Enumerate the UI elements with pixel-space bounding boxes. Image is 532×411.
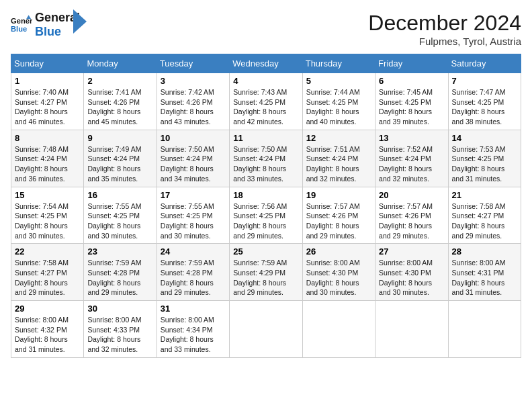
calendar-cell: 29 Sunrise: 8:00 AM Sunset: 4:32 PM Dayl… [11,301,84,358]
day-info: Sunrise: 7:42 AM Sunset: 4:26 PM Dayligh… [161,87,226,127]
calendar-cell: 12 Sunrise: 7:51 AM Sunset: 4:24 PM Dayl… [302,130,375,187]
header-friday: Friday [375,54,448,73]
day-number: 14 [452,133,517,143]
calendar-cell: 24 Sunrise: 7:59 AM Sunset: 4:28 PM Dayl… [157,244,229,301]
day-number: 11 [233,133,298,143]
day-number: 28 [452,246,517,257]
day-number: 5 [306,76,371,86]
calendar-cell: 6 Sunrise: 7:45 AM Sunset: 4:25 PM Dayli… [375,73,448,130]
day-number: 19 [306,190,371,200]
day-number: 7 [452,76,517,86]
title-block: December 2024 Fulpmes, Tyrol, Austria [368,11,521,47]
header-tuesday: Tuesday [157,54,229,73]
day-info: Sunrise: 7:59 AM Sunset: 4:28 PM Dayligh… [87,258,152,298]
day-info: Sunrise: 7:48 AM Sunset: 4:24 PM Dayligh… [15,144,80,184]
day-info: Sunrise: 7:57 AM Sunset: 4:26 PM Dayligh… [306,201,371,241]
day-number: 13 [379,133,444,143]
day-number: 1 [15,76,80,86]
day-number: 18 [233,190,298,200]
calendar-cell: 1 Sunrise: 7:40 AM Sunset: 4:27 PM Dayli… [11,73,84,130]
calendar-cell: 9 Sunrise: 7:49 AM Sunset: 4:24 PM Dayli… [84,130,157,187]
calendar-cell: 18 Sunrise: 7:56 AM Sunset: 4:25 PM Dayl… [230,187,302,244]
day-info: Sunrise: 7:41 AM Sunset: 4:26 PM Dayligh… [87,87,152,127]
calendar-cell: 10 Sunrise: 7:50 AM Sunset: 4:24 PM Dayl… [157,130,229,187]
day-info: Sunrise: 7:50 AM Sunset: 4:24 PM Dayligh… [161,144,226,184]
calendar-cell: 20 Sunrise: 7:57 AM Sunset: 4:26 PM Dayl… [375,187,448,244]
day-number: 12 [306,133,371,143]
calendar-cell: 21 Sunrise: 7:58 AM Sunset: 4:27 PM Dayl… [448,187,521,244]
day-number: 24 [161,246,226,257]
day-info: Sunrise: 7:54 AM Sunset: 4:25 PM Dayligh… [15,201,80,241]
day-number: 3 [161,76,226,86]
day-info: Sunrise: 7:59 AM Sunset: 4:29 PM Dayligh… [233,258,298,298]
calendar-week-4: 22 Sunrise: 7:58 AM Sunset: 4:27 PM Dayl… [11,244,521,301]
calendar-cell: 22 Sunrise: 7:58 AM Sunset: 4:27 PM Dayl… [11,244,84,301]
day-number: 29 [15,304,80,314]
calendar-cell: 11 Sunrise: 7:50 AM Sunset: 4:24 PM Dayl… [230,130,302,187]
day-info: Sunrise: 7:57 AM Sunset: 4:26 PM Dayligh… [379,201,444,241]
day-number: 4 [233,76,298,86]
calendar-week-3: 15 Sunrise: 7:54 AM Sunset: 4:25 PM Dayl… [11,187,521,244]
day-number: 2 [87,76,152,86]
day-info: Sunrise: 8:00 AM Sunset: 4:34 PM Dayligh… [161,315,226,355]
day-info: Sunrise: 7:58 AM Sunset: 4:27 PM Dayligh… [452,201,517,241]
day-number: 26 [306,246,371,257]
calendar-cell: 26 Sunrise: 8:00 AM Sunset: 4:30 PM Dayl… [302,244,375,301]
day-info: Sunrise: 7:59 AM Sunset: 4:28 PM Dayligh… [161,258,226,298]
calendar-week-5: 29 Sunrise: 8:00 AM Sunset: 4:32 PM Dayl… [11,301,521,358]
day-info: Sunrise: 8:00 AM Sunset: 4:30 PM Dayligh… [379,258,444,298]
calendar-cell: 27 Sunrise: 8:00 AM Sunset: 4:30 PM Dayl… [375,244,448,301]
calendar-cell: 15 Sunrise: 7:54 AM Sunset: 4:25 PM Dayl… [11,187,84,244]
svg-text:Blue: Blue [11,25,27,33]
header-wednesday: Wednesday [230,54,302,73]
calendar-cell [302,301,375,358]
day-number: 9 [87,133,152,143]
day-number: 17 [161,190,226,200]
calendar-cell [448,301,521,358]
day-info: Sunrise: 7:45 AM Sunset: 4:25 PM Dayligh… [379,87,444,127]
day-info: Sunrise: 7:44 AM Sunset: 4:25 PM Dayligh… [306,87,371,127]
calendar-cell: 17 Sunrise: 7:55 AM Sunset: 4:25 PM Dayl… [157,187,229,244]
calendar-cell: 8 Sunrise: 7:48 AM Sunset: 4:24 PM Dayli… [11,130,84,187]
location: Fulpmes, Tyrol, Austria [368,36,521,47]
day-info: Sunrise: 8:00 AM Sunset: 4:31 PM Dayligh… [452,258,517,298]
month-title: December 2024 [368,11,521,36]
day-info: Sunrise: 7:40 AM Sunset: 4:27 PM Dayligh… [15,87,80,127]
calendar-cell: 28 Sunrise: 8:00 AM Sunset: 4:31 PM Dayl… [448,244,521,301]
calendar-cell: 23 Sunrise: 7:59 AM Sunset: 4:28 PM Dayl… [84,244,157,301]
calendar-cell: 4 Sunrise: 7:43 AM Sunset: 4:25 PM Dayli… [230,73,302,130]
calendar-cell: 13 Sunrise: 7:52 AM Sunset: 4:24 PM Dayl… [375,130,448,187]
logo: General Blue General Blue [11,11,87,39]
calendar-header-row: SundayMondayTuesdayWednesdayThursdayFrid… [11,54,521,73]
calendar-cell [230,301,302,358]
calendar-cell: 25 Sunrise: 7:59 AM Sunset: 4:29 PM Dayl… [230,244,302,301]
logo-icon: General Blue [11,14,32,36]
header-monday: Monday [84,54,157,73]
calendar-cell: 14 Sunrise: 7:53 AM Sunset: 4:25 PM Dayl… [448,130,521,187]
calendar-cell [375,301,448,358]
calendar-cell: 19 Sunrise: 7:57 AM Sunset: 4:26 PM Dayl… [302,187,375,244]
day-number: 10 [161,133,226,143]
day-info: Sunrise: 8:00 AM Sunset: 4:33 PM Dayligh… [87,315,152,355]
day-number: 15 [15,190,80,200]
day-info: Sunrise: 7:49 AM Sunset: 4:24 PM Dayligh… [87,144,152,184]
header-sunday: Sunday [11,54,84,73]
day-info: Sunrise: 7:43 AM Sunset: 4:25 PM Dayligh… [233,87,298,127]
day-info: Sunrise: 7:51 AM Sunset: 4:24 PM Dayligh… [306,144,371,184]
day-info: Sunrise: 7:58 AM Sunset: 4:27 PM Dayligh… [15,258,80,298]
day-number: 6 [379,76,444,86]
calendar-week-2: 8 Sunrise: 7:48 AM Sunset: 4:24 PM Dayli… [11,130,521,187]
day-info: Sunrise: 7:55 AM Sunset: 4:25 PM Dayligh… [161,201,226,241]
page-header: General Blue General Blue December 2024 … [11,11,521,47]
calendar-cell: 16 Sunrise: 7:55 AM Sunset: 4:25 PM Dayl… [84,187,157,244]
day-number: 16 [87,190,152,200]
calendar-cell: 31 Sunrise: 8:00 AM Sunset: 4:34 PM Dayl… [157,301,229,358]
calendar-cell: 7 Sunrise: 7:47 AM Sunset: 4:25 PM Dayli… [448,73,521,130]
day-number: 30 [87,304,152,314]
header-thursday: Thursday [302,54,375,73]
header-saturday: Saturday [448,54,521,73]
calendar-table: SundayMondayTuesdayWednesdayThursdayFrid… [11,54,521,358]
day-number: 25 [233,246,298,257]
day-info: Sunrise: 8:00 AM Sunset: 4:32 PM Dayligh… [15,315,80,355]
calendar-cell: 3 Sunrise: 7:42 AM Sunset: 4:26 PM Dayli… [157,73,229,130]
